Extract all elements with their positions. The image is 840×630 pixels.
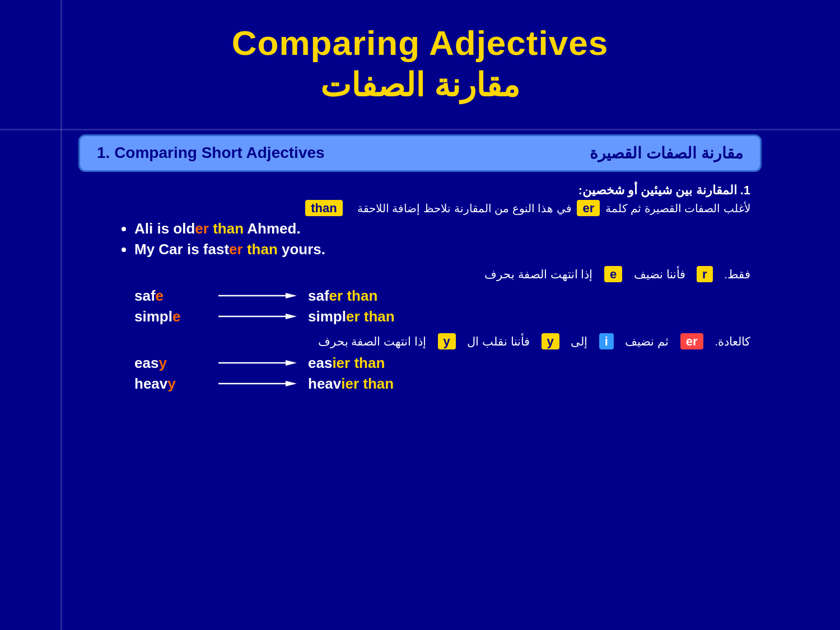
arrow-example-easy: easy easier than <box>134 354 762 372</box>
word-heavier: heavier than <box>308 375 394 393</box>
title-arabic: مقارنة الصفات <box>45 64 795 106</box>
word-safer: safer than <box>308 287 377 305</box>
sub-rule-e-text1: إذا انتهت الصفة بحرف <box>484 268 593 281</box>
svg-marker-1 <box>286 293 297 298</box>
word-easier: easier than <box>308 354 385 372</box>
y-rule-text4: ثم نضيف <box>625 335 669 348</box>
y-rule-text3: إلى <box>571 335 587 348</box>
rule1-desc-text2: لأغلب الصفات القصيرة ثم كلمة <box>605 202 750 214</box>
section-header-english: 1. Comparing Short Adjectives <box>97 144 325 162</box>
example-1: Ali is older than Ahmed. <box>134 220 762 237</box>
arrow-examples-y: easy easier than heavy heavier <box>134 354 762 393</box>
arrow-svg-heavy <box>218 378 297 389</box>
word-easy: easy <box>134 354 207 372</box>
badge-e: e <box>604 266 622 282</box>
rule1-desc-text1: في هذا النوع من المقارنة نلاحظ إضافة الل… <box>357 202 572 214</box>
ex1-than: than <box>209 220 244 237</box>
easier-base: eas <box>308 354 332 371</box>
badge-er: er <box>577 200 600 216</box>
sub-rule-e: فقط. r فأننا نضيف e إذا انتهت الصفة بحرف <box>78 267 762 282</box>
arrow-svg-simple <box>218 311 297 322</box>
rule1-title: 1. المقارنة بين شيئين أو شخصين: <box>78 183 762 198</box>
word-safe: safe <box>134 287 207 305</box>
sub-rule-e-text3: فقط. <box>724 268 750 281</box>
page-content: Comparing Adjectives مقارنة الصفات 1. Co… <box>0 0 840 393</box>
examples-list-1: Ali is older than Ahmed. My Car is faste… <box>134 220 762 258</box>
y-rule-text2: فأننا نقلب ال <box>467 335 530 348</box>
y-rule-text1: إذا انتهت الصفة بحرف <box>318 335 427 348</box>
arrow-example-safe: safe safer than <box>134 287 762 305</box>
arrow-example-heavy: heavy heavier than <box>134 375 762 393</box>
svg-marker-7 <box>286 381 297 386</box>
badge-y1: y <box>438 333 456 349</box>
heavier-base: heav <box>308 375 341 392</box>
ex2-highlight: er <box>229 241 243 258</box>
example-2: My Car is faster than yours. <box>134 241 762 258</box>
arrow-svg-easy <box>218 357 297 368</box>
arrow-examples-e: safe safer than simple simpler <box>134 287 762 325</box>
arrow-svg-safe <box>218 290 297 301</box>
arrow-safe <box>218 290 297 301</box>
sub-rule-y: كالعادة. er ثم نضيف i إلى y فأننا نقلب ا… <box>78 334 762 349</box>
sub-rule-e-text2: فأننا نضيف <box>634 268 685 281</box>
badge-r: r <box>697 266 713 282</box>
simpler-base: simpl <box>308 308 346 325</box>
badge-i: i <box>599 333 614 349</box>
letter-y-heavy: y <box>167 375 175 392</box>
rule1-desc: لأغلب الصفات القصيرة ثم كلمة er في هذا ا… <box>78 201 762 216</box>
section-header-arabic: مقارنة الصفات القصيرة <box>590 144 743 162</box>
section-header: 1. Comparing Short Adjectives مقارنة الص… <box>78 134 762 172</box>
title-section: Comparing Adjectives مقارنة الصفات <box>45 0 795 123</box>
ex1-after: Ahmed. <box>244 220 301 237</box>
ex1-highlight: er <box>195 220 209 237</box>
letter-y-easy: y <box>158 354 166 371</box>
word-simpler: simpler than <box>308 308 395 325</box>
y-rule-text5: كالعادة. <box>715 335 750 348</box>
ex1-base: Ali is old <box>134 220 195 237</box>
word-heavy: heavy <box>134 375 207 393</box>
svg-marker-5 <box>286 360 297 366</box>
arrow-heavy <box>218 378 297 389</box>
ex2-than: than <box>243 241 278 258</box>
ex2-after: yours. <box>278 241 325 258</box>
word-simple: simple <box>134 308 207 325</box>
main-content: 1. المقارنة بين شيئين أو شخصين: لأغلب ال… <box>78 183 762 393</box>
ex2-base: My Car is fast <box>134 241 229 258</box>
svg-marker-3 <box>286 314 297 319</box>
arrow-example-simple: simple simpler than <box>134 308 762 325</box>
arrow-simple <box>218 311 297 322</box>
badge-than: than <box>305 200 342 216</box>
letter-e-safe: e <box>156 287 164 304</box>
title-english: Comparing Adjectives <box>45 22 795 64</box>
letter-e-simple: e <box>172 308 180 325</box>
arrow-easy <box>218 357 297 368</box>
safer-base: saf <box>308 287 329 304</box>
badge-y2: y <box>542 333 559 349</box>
badge-er-red: er <box>680 333 703 349</box>
